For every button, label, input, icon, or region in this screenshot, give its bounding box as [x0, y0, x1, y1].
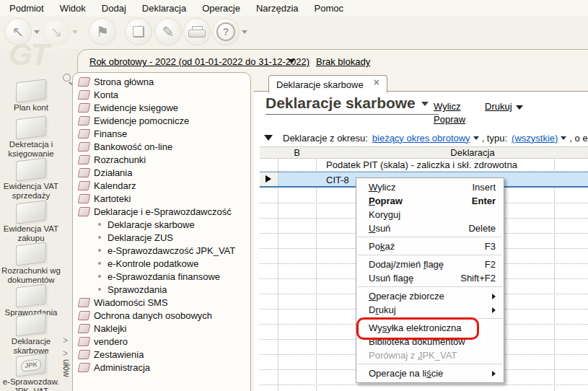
collapsed-panel-tab[interactable]: ułów	[61, 359, 71, 377]
declarations-icon	[78, 207, 91, 216]
tree-item-dzialania[interactable]: Działania	[73, 166, 250, 179]
edit-button[interactable]: ✎	[154, 18, 182, 45]
action-drukuj[interactable]: Drukuj	[485, 101, 523, 112]
flag-button[interactable]: ⚑	[89, 18, 116, 45]
menu-separator	[358, 286, 502, 287]
sidebar-item-rozrachunki[interactable]: Rozrachunki wg dokumentów	[0, 244, 62, 285]
expander-vendero-icon[interactable]: >	[63, 335, 71, 346]
menu-item-usun[interactable]: Usuń Delete	[356, 221, 504, 235]
help-button[interactable]: ?	[212, 18, 240, 45]
menu-deklaracja[interactable]: Deklaracja	[134, 3, 194, 14]
type-filter-caret-icon[interactable]	[561, 136, 566, 140]
tree-item-deklaracje-esprawozdawczosc[interactable]: Deklaracje i e-Sprawozdawczość	[73, 205, 250, 218]
bullet-icon	[98, 275, 101, 278]
tree-item-kalendarz[interactable]: Kalendarz	[73, 179, 250, 192]
tree-item-ewidencje-ksiegowe[interactable]: Ewidencje księgowe	[73, 101, 250, 114]
drukuj-caret-icon[interactable]	[516, 105, 523, 110]
sidebar-item-dekretacja[interactable]: Dekretacja i księgowanie	[0, 118, 62, 159]
menu-narzedzia[interactable]: Narzędzia	[248, 3, 307, 14]
nav-tree: Strona główna Konta Ewidencje księgowe E…	[72, 72, 251, 391]
tree-item-deklaracje-zus[interactable]: Deklaracje ZUS	[73, 231, 250, 244]
context-menu: Wylicz Insert Popraw Enter Koryguj Usuń …	[356, 177, 504, 383]
reports-icon	[78, 350, 91, 359]
tree-item-konta[interactable]: Konta	[73, 88, 250, 101]
table-group-row[interactable]: Podatek PIT (skala) - zaliczka i skł. zd…	[260, 159, 588, 172]
period-filter-link[interactable]: bieżący okres obrotowy	[372, 133, 470, 144]
tree-item-kartoteki[interactable]: Kartoteki	[73, 192, 250, 205]
tree-item-rozrachunki[interactable]: Rozrachunki	[73, 153, 250, 166]
jpk-icon: JPK	[16, 353, 46, 377]
menu-item-drukuj[interactable]: Drukuj	[356, 303, 504, 317]
sidebar-item-vat-sprzedazy[interactable]: Ewidencja VAT sprzedaży	[0, 159, 62, 201]
help-dropdown-caret-icon[interactable]	[242, 30, 247, 34]
pin-icon[interactable]	[63, 74, 71, 82]
action-popraw[interactable]: Popraw	[434, 114, 465, 125]
red-highlight-annotation	[356, 317, 479, 340]
sidebar-item-jpk[interactable]: JPK e-Sprawozdaw. JPK_VAT	[0, 355, 62, 391]
type-filter-link[interactable]: (wszystkie)	[512, 133, 558, 144]
menu-pomoc[interactable]: Pomoc	[307, 3, 351, 14]
tree-item-sprawozdania[interactable]: Sprawozdania	[73, 283, 250, 296]
column-header-deklaracja[interactable]: Deklaracja	[316, 147, 588, 158]
menu-item-operacje-na-liscie[interactable]: Operacje na liście	[356, 366, 504, 380]
bullet-icon	[98, 223, 101, 226]
filter-prefix-label: Deklaracje z okresu:	[283, 133, 368, 144]
tree-item-esprawozdania-finansowe[interactable]: e-Sprawozdania finansowe	[73, 270, 250, 283]
settlements-icon	[78, 155, 91, 164]
calendar-icon	[78, 181, 91, 190]
tab-deklaracje-skarbowe[interactable]: Deklaracje skarbowe ×	[268, 75, 387, 93]
menu-item-operacje-zbiorcze[interactable]: Operacje zbiorcze	[356, 289, 504, 303]
title-dropdown-caret-icon[interactable]	[421, 102, 429, 106]
tree-item-deklaracje-skarbowe[interactable]: Deklaracje skarbowe	[73, 218, 250, 231]
sidebar-item-deklaracje-skarbowe[interactable]: Deklaracje skarbowe	[0, 315, 62, 356]
tree-item-finanse[interactable]: Finanse	[73, 127, 250, 140]
toolbar: ↖ ↘ ⚑ ❏ ✎ ?	[0, 16, 588, 49]
tree-item-ekontrole[interactable]: e-Kontrole podatkowe	[73, 257, 250, 270]
fiscal-year-caret-icon[interactable]	[288, 59, 295, 63]
shortcut-label: Insert	[472, 180, 496, 194]
action-wylicz[interactable]: Wylicz	[434, 101, 460, 112]
new-document-button[interactable]: ❏	[125, 18, 152, 45]
menu-item-dodaj-zmien-flage[interactable]: Dodaj/zmień flagę F2	[356, 258, 504, 271]
sidebar-item-plan-kont[interactable]: Plan kont	[0, 81, 62, 113]
menu-item-wylicz[interactable]: Wylicz Insert	[356, 180, 504, 194]
period-filter-caret-icon[interactable]	[473, 136, 479, 140]
tree-item-naklejki[interactable]: Naklejki	[73, 322, 250, 335]
undo-dropdown-caret-icon[interactable]	[34, 30, 40, 34]
tree-item-ewidencje-pomocnicze[interactable]: Ewidencje pomocnicze	[73, 114, 250, 127]
tree-item-esprawozdawczosc-jpk[interactable]: e-Sprawozdawczość JPK_VAT	[73, 244, 250, 257]
tree-item-zestawienia[interactable]: Zestawienia	[73, 348, 250, 361]
labels-icon	[78, 324, 91, 333]
tree-item-wiadomosci-sms[interactable]: Wiadomości SMS	[73, 296, 250, 309]
sidebar-item-sprawozdania[interactable]: Sprawozdania	[0, 286, 62, 317]
tree-item-bankowosc[interactable]: Bankowość on-line	[73, 140, 250, 153]
sidebar-item-vat-zakupu[interactable]: Ewidencja VAT zakupu	[0, 202, 62, 243]
chart-of-accounts-icon	[16, 79, 46, 102]
expander-zestawienia-icon[interactable]: >	[63, 348, 71, 359]
shortcut-label: Delete	[468, 221, 496, 235]
fiscal-year-selector[interactable]: Rok obrotowy - 2022 (od 01-01-2022 do 31…	[89, 56, 310, 67]
column-header-b[interactable]: B	[278, 147, 316, 158]
page-title[interactable]: Deklaracje skarbowe	[266, 95, 439, 115]
filter-funnel-icon[interactable]	[264, 135, 273, 141]
tree-item-administracja[interactable]: Administracja	[73, 361, 250, 374]
table-header: B Deklaracja	[260, 146, 588, 159]
shortcut-label: Shift+F2	[460, 271, 496, 285]
printer-icon	[188, 26, 206, 38]
lock-status-link[interactable]: Brak blokady	[316, 56, 370, 67]
table-grid-line	[260, 385, 588, 385]
tree-item-ochrona-danych[interactable]: Ochrona danych osobowych	[73, 309, 250, 322]
tree-item-vendero[interactable]: vendero	[73, 335, 250, 348]
menu-widok[interactable]: Widok	[52, 3, 94, 14]
menu-operacje[interactable]: Operacje	[194, 3, 248, 14]
menu-item-pokaz[interactable]: Pokaż F3	[356, 240, 504, 253]
tab-close-icon[interactable]: ×	[374, 78, 379, 87]
menu-item-koryguj[interactable]: Koryguj	[356, 208, 504, 221]
print-button[interactable]	[183, 18, 211, 45]
menu-item-popraw[interactable]: Popraw Enter	[356, 194, 504, 208]
posting-icon	[16, 115, 46, 139]
menu-item-usun-flage[interactable]: Usuń flagę Shift+F2	[356, 271, 504, 285]
menu-podmiot[interactable]: Podmiot	[1, 3, 52, 14]
tree-item-strona-glowna[interactable]: Strona główna	[73, 75, 250, 88]
menu-dodaj[interactable]: Dodaj	[94, 3, 134, 14]
